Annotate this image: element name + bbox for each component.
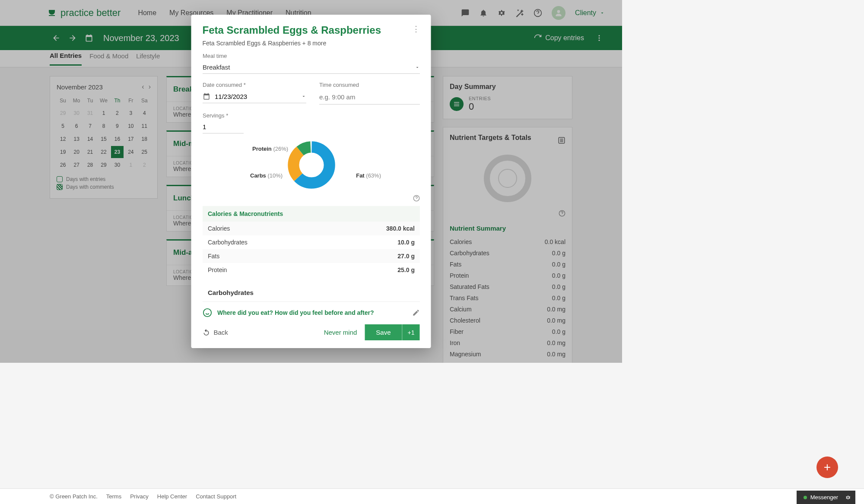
date-value[interactable] (215, 93, 297, 100)
chevron-down-icon (301, 94, 306, 99)
macros-row: Calories380.0 kcal (203, 222, 420, 235)
svg-point-11 (203, 309, 211, 317)
mood-text: Where did you eat? How did you feel befo… (217, 309, 407, 316)
save-button[interactable]: Save (365, 324, 402, 340)
macros-row: Carbohydrates10.0 g (203, 235, 420, 249)
macros-donut: Protein (26%) Carbs (10%) Fat (63%) (203, 141, 420, 189)
macros-title: Calories & Macronutrients (203, 206, 420, 222)
macros-row: Fats27.0 g (203, 249, 420, 263)
donut-label-fat: Fat (63%) (356, 172, 381, 179)
modal-subtitle: Feta Scrambled Eggs & Raspberries + 8 mo… (191, 40, 431, 53)
servings-input[interactable] (203, 120, 244, 133)
food-entry-modal: Feta Scrambled Eggs & Raspberries ⋮ Feta… (191, 15, 431, 348)
donut-label-carbs: Carbs (10%) (250, 172, 283, 179)
chevron-down-icon (415, 65, 420, 70)
time-consumed-label: Time consumed (319, 82, 420, 88)
mealtime-label: Meal time (203, 53, 420, 59)
smile-icon (203, 308, 212, 317)
macros-row: Protein25.0 g (203, 263, 420, 277)
mood-prompt-row: Where did you eat? How did you feel befo… (203, 301, 420, 318)
nevermind-button[interactable]: Never mind (324, 329, 357, 336)
back-label: Back (214, 329, 228, 336)
undo-icon (203, 329, 210, 336)
mealtime-select[interactable]: Breakfast (203, 61, 420, 74)
donut-label-protein: Protein (26%) (252, 146, 288, 152)
date-consumed-label: Date consumed * (203, 82, 306, 88)
mealtime-value: Breakfast (203, 63, 230, 71)
carbs-subheading: Carbohydrates (203, 284, 420, 301)
back-button[interactable]: Back (203, 329, 228, 336)
macros-table: Calories & Macronutrients Calories380.0 … (203, 206, 420, 277)
time-consumed-input[interactable] (319, 90, 420, 105)
servings-label: Servings * (203, 112, 420, 119)
calendar-icon (203, 92, 210, 100)
modal-more-icon[interactable]: ⋮ (412, 24, 420, 34)
help-icon[interactable] (413, 195, 420, 202)
modal-title: Feta Scrambled Eggs & Raspberries (203, 24, 381, 36)
plus-one-button[interactable]: +1 (402, 324, 420, 340)
pencil-icon[interactable] (412, 309, 420, 317)
date-consumed-input[interactable] (203, 90, 306, 103)
